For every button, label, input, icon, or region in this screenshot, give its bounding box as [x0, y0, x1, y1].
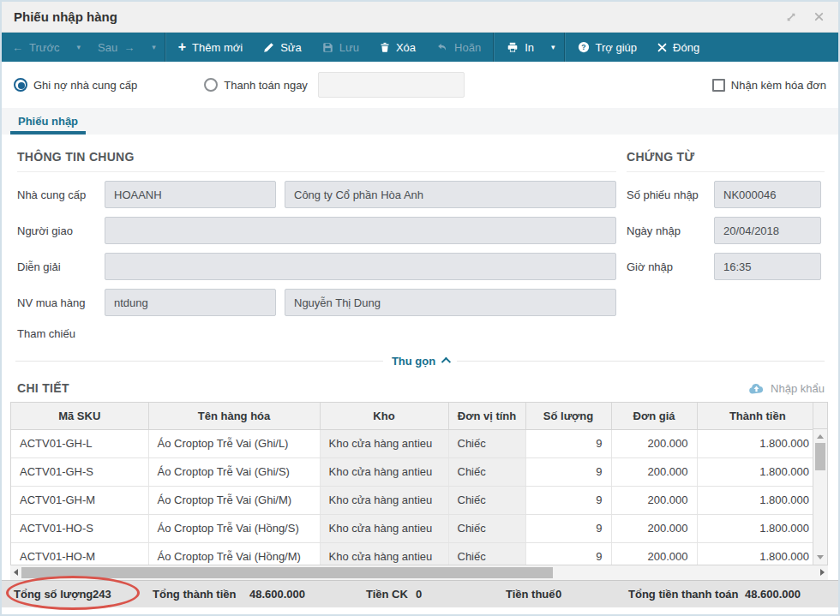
col-unit[interactable]: Đơn vị tính	[448, 403, 525, 429]
cell-quantity[interactable]: 9	[525, 458, 611, 486]
cell-sku[interactable]: ACTV01-GH-L	[11, 429, 148, 458]
cell-price[interactable]: 200.000	[611, 458, 697, 486]
next-dropdown-caret[interactable]: ▾	[145, 33, 163, 62]
cell-sku[interactable]: ACTV01-GH-M	[11, 486, 148, 514]
detail-grid: Mã SKU Tên hàng hóa Kho Đơn vị tính Số l…	[11, 403, 813, 565]
vertical-scrollbar-track[interactable]	[813, 429, 827, 565]
cell-sku[interactable]: ACTV01-GH-S	[11, 458, 148, 486]
undo-label: Hoãn	[454, 41, 481, 54]
debit-option[interactable]: Ghi nợ nhà cung cấp	[14, 78, 137, 92]
buyer-name-input[interactable]: Nguyễn Thị Dung	[285, 289, 616, 316]
payment-amount-input[interactable]	[318, 72, 465, 98]
table-row[interactable]: ACTV01-HO-S Áo Croptop Trễ Vai (Hồng/S) …	[11, 514, 813, 542]
col-total[interactable]: Thành tiền	[697, 403, 813, 429]
cell-name[interactable]: Áo Croptop Trễ Vai (Ghi/L)	[148, 429, 320, 458]
next-label: Sau	[98, 41, 117, 54]
table-row[interactable]: ACTV01-GH-L Áo Croptop Trễ Vai (Ghi/L) K…	[11, 429, 813, 458]
receipt-no-label: Số phiếu nhập	[627, 188, 714, 201]
col-price[interactable]: Đơn giá	[611, 403, 697, 429]
cell-price[interactable]: 200.000	[611, 514, 697, 542]
cell-warehouse: Kho cửa hàng antieu	[320, 458, 448, 486]
col-warehouse[interactable]: Kho	[320, 403, 448, 429]
prev-button[interactable]: ← Trước	[2, 33, 70, 62]
scroll-left-arrow[interactable]	[14, 569, 18, 576]
expand-icon[interactable]	[783, 9, 799, 25]
receipt-no-input[interactable]: NK000046	[714, 181, 821, 208]
scroll-right-arrow[interactable]	[820, 569, 825, 576]
receipt-time-input[interactable]: 16:35	[714, 253, 821, 280]
cell-name[interactable]: Áo Croptop Trễ Vai (Ghi/M)	[148, 486, 320, 514]
cell-name[interactable]: Áo Croptop Trễ Vai (Hồng/M)	[148, 542, 320, 565]
cell-warehouse: Kho cửa hàng antieu	[320, 429, 448, 458]
prev-dropdown-caret[interactable]: ▾	[70, 33, 88, 62]
scroll-down-arrow[interactable]	[817, 555, 824, 559]
col-quantity[interactable]: Số lượng	[525, 403, 611, 429]
cell-quantity[interactable]: 9	[525, 514, 611, 542]
tab-phieu-nhap[interactable]: Phiếu nhập	[10, 108, 86, 135]
cell-total[interactable]: 1.800.000	[697, 458, 813, 486]
print-dropdown-caret[interactable]: ▾	[544, 33, 562, 62]
cell-quantity[interactable]: 9	[525, 429, 611, 458]
undo-button[interactable]: Hoãn	[426, 33, 491, 62]
cell-name[interactable]: Áo Croptop Trễ Vai (Hồng/S)	[148, 514, 320, 542]
help-button[interactable]: ? Trợ giúp	[567, 33, 648, 62]
cell-sku[interactable]: ACTV01-HO-S	[11, 514, 148, 542]
description-input[interactable]	[105, 253, 616, 280]
vertical-scrollbar-thumb[interactable]	[815, 443, 825, 470]
floppy-icon	[322, 42, 333, 53]
window-title: Phiếu nhập hàng	[14, 9, 117, 24]
trash-icon	[380, 42, 390, 53]
receipt-no-row: Số phiếu nhập NK000046	[627, 181, 825, 208]
cell-total[interactable]: 1.800.000	[697, 486, 813, 514]
table-row[interactable]: ACTV01-GH-M Áo Croptop Trễ Vai (Ghi/M) K…	[11, 486, 813, 514]
scroll-up-arrow[interactable]	[817, 434, 824, 439]
invoice-checkbox[interactable]	[712, 79, 725, 92]
vertical-scrollbar[interactable]	[813, 403, 827, 565]
collapse-link[interactable]: Thu gọn	[383, 355, 457, 368]
deliverer-input[interactable]	[105, 217, 616, 244]
cell-unit: Chiếc	[448, 542, 525, 565]
invoice-option[interactable]: Nhận kèm hóa đơn	[712, 79, 826, 92]
general-info-title: THÔNG TIN CHUNG	[17, 143, 616, 172]
divider-line	[15, 361, 383, 362]
buyer-code-input[interactable]: ntdung	[105, 289, 276, 316]
table-row[interactable]: ACTV01-HO-M Áo Croptop Trễ Vai (Hồng/M) …	[11, 542, 813, 565]
import-link[interactable]: Nhập khẩu	[748, 382, 825, 395]
delete-button[interactable]: Xóa	[369, 33, 426, 62]
cell-total[interactable]: 1.800.000	[697, 542, 813, 565]
receipt-date-input[interactable]: 20/04/2018	[714, 217, 821, 244]
supplier-code-input[interactable]: HOAANH	[105, 181, 276, 208]
cell-total[interactable]: 1.800.000	[697, 514, 813, 542]
horizontal-scrollbar[interactable]	[10, 565, 828, 580]
cell-warehouse: Kho cửa hàng antieu	[320, 486, 448, 514]
debit-radio-label: Ghi nợ nhà cung cấp	[33, 79, 137, 92]
immediate-radio[interactable]	[204, 78, 218, 92]
col-sku[interactable]: Mã SKU	[11, 403, 148, 429]
cell-quantity[interactable]: 9	[525, 542, 611, 565]
immediate-radio-label: Thanh toán ngay	[224, 79, 308, 92]
save-button[interactable]: Lưu	[312, 33, 369, 62]
general-info-section: THÔNG TIN CHUNG Nhà cung cấp HOAANH Công…	[17, 143, 616, 344]
add-new-button[interactable]: + Thêm mới	[168, 33, 253, 62]
cloud-upload-icon	[748, 383, 765, 394]
horizontal-scrollbar-thumb[interactable]	[21, 567, 553, 578]
col-name[interactable]: Tên hàng hóa	[148, 403, 320, 429]
cell-price[interactable]: 200.000	[611, 542, 697, 565]
supplier-name-input[interactable]: Công ty Cổ phần Hòa Anh	[285, 181, 616, 208]
close-button[interactable]: Đóng	[647, 33, 710, 62]
cell-sku[interactable]: ACTV01-HO-M	[11, 542, 148, 565]
close-window-icon[interactable]	[811, 9, 826, 25]
edit-button[interactable]: Sửa	[253, 33, 312, 62]
immediate-option[interactable]: Thanh toán ngay	[204, 78, 308, 92]
cell-total[interactable]: 1.800.000	[697, 429, 813, 458]
print-button[interactable]: In	[496, 33, 544, 62]
table-row[interactable]: ACTV01-GH-S Áo Croptop Trễ Vai (Ghi/S) K…	[11, 458, 813, 486]
debit-radio[interactable]	[14, 78, 27, 92]
cell-price[interactable]: 200.000	[611, 429, 697, 458]
collapse-label: Thu gọn	[392, 355, 435, 368]
cell-name[interactable]: Áo Croptop Trễ Vai (Ghi/S)	[148, 458, 320, 486]
cell-unit: Chiếc	[448, 458, 525, 486]
cell-quantity[interactable]: 9	[525, 486, 611, 514]
cell-price[interactable]: 200.000	[611, 486, 697, 514]
next-button[interactable]: Sau →	[87, 33, 145, 62]
